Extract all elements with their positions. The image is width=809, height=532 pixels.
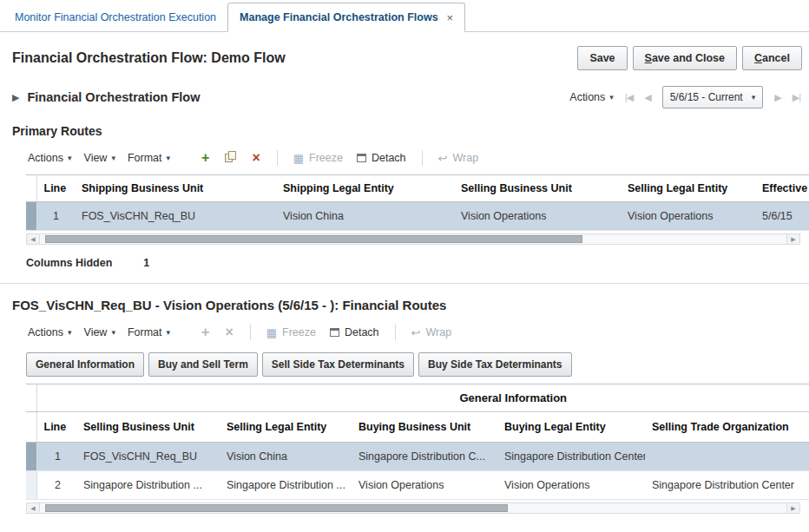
column-header-shipping-legal-entity: Shipping Legal Entity [276, 175, 454, 202]
chevron-down-icon: ▾ [609, 93, 614, 102]
actions-menu[interactable]: Actions ▾ [26, 148, 74, 167]
wrap-button-label: Wrap [452, 152, 478, 164]
scroll-right-icon[interactable]: ▶ [786, 234, 799, 244]
cell-selling-legal-entity: Singapore Distribution ... [220, 471, 352, 500]
freeze-button: ▦ Freeze [264, 323, 319, 342]
add-row-button: + [198, 324, 213, 341]
column-header-selling-legal-entity: Selling Legal Entity [621, 175, 755, 202]
save-button[interactable]: Save [577, 46, 627, 70]
chevron-down-icon: ▾ [68, 154, 72, 162]
wrap-button: ↩ Wrap [436, 148, 482, 167]
freeze-button-label: Freeze [309, 152, 343, 164]
financial-routes-table-wrap: General Information Line Selling Busines… [26, 384, 809, 500]
scrollbar-track[interactable] [40, 503, 786, 513]
row-selector-header [26, 412, 36, 443]
column-header-buying-business-unit: Buying Business Unit [352, 412, 497, 443]
detach-button-label: Detach [372, 152, 406, 164]
row-selector-header [26, 384, 36, 412]
toolbar-separator [395, 325, 396, 340]
table-row[interactable]: 1 FOS_VisCHN_Req_BU Vision China Vision … [26, 202, 809, 231]
scroll-right-icon[interactable]: ▶ [786, 503, 799, 513]
cell-selling-legal-entity: Vision Operations [621, 202, 755, 231]
cell-buying-legal-entity: Vision Operations [497, 471, 645, 500]
primary-routes-toolbar: Actions ▾ View ▾ Format ▾ + × ▦ Freeze D… [26, 148, 802, 167]
scrollbar-track[interactable] [40, 234, 786, 244]
column-header-line: Line [36, 175, 75, 202]
section-divider [0, 283, 809, 284]
version-dropdown-value: 5/6/15 - Current [670, 91, 743, 103]
flow-actions-menu[interactable]: Actions ▾ [569, 91, 614, 103]
page-header: Financial Orchestration Flow: Demo Flow … [0, 32, 809, 70]
columns-hidden-label: Columns Hidden [26, 257, 112, 269]
delete-row-button[interactable]: × [248, 149, 263, 167]
row-selector[interactable] [26, 443, 36, 471]
chevron-down-icon: ▾ [111, 154, 115, 162]
table-header-row: Line Shipping Business Unit Shipping Leg… [26, 175, 809, 202]
table-row[interactable]: 1 FOS_VisCHN_Req_BU Vision China Singapo… [26, 443, 809, 471]
page-title: Financial Orchestration Flow: Demo Flow [12, 50, 286, 66]
view-menu[interactable]: View ▾ [82, 148, 117, 167]
column-header-line: Line [36, 412, 76, 443]
view-menu[interactable]: View ▾ [82, 323, 117, 342]
cell-line: 1 [36, 443, 76, 471]
format-menu[interactable]: Format ▾ [126, 323, 172, 342]
row-selector[interactable] [26, 202, 36, 231]
wrap-icon: ↩ [438, 153, 448, 164]
column-header-effective-start: Effective S [755, 175, 809, 202]
format-menu[interactable]: Format ▾ [126, 148, 172, 167]
toggle-sell-side-tax-determinants[interactable]: Sell Side Tax Determinants [262, 352, 414, 377]
actions-menu-label: Actions [28, 152, 63, 164]
wrap-button-label: Wrap [425, 326, 451, 338]
cell-selling-business-unit: FOS_VisCHN_Req_BU [76, 443, 220, 471]
column-header-buying-legal-entity: Buying Legal Entity [497, 412, 645, 443]
row-selector[interactable] [26, 471, 36, 500]
actions-menu[interactable]: Actions ▾ [26, 323, 74, 342]
financial-routes-view-toggles: General Information Buy and Sell Term Se… [26, 352, 809, 377]
delete-icon: × [252, 150, 260, 165]
cancel-button-label: Cancel [754, 52, 790, 64]
freeze-button: ▦ Freeze [291, 148, 345, 167]
detach-button[interactable]: Detach [354, 148, 409, 167]
duplicate-row-button[interactable] [221, 149, 240, 167]
save-and-close-button[interactable]: Save and Close [633, 46, 737, 70]
delete-icon: × [225, 325, 233, 339]
flow-section-title: Financial Orchestration Flow [27, 90, 200, 104]
expand-arrow-icon[interactable]: ▶ [12, 92, 19, 103]
detach-button[interactable]: Detach [327, 323, 382, 342]
cancel-button[interactable]: Cancel [742, 46, 802, 70]
freeze-icon: ▦ [266, 327, 277, 338]
toggle-general-information[interactable]: General Information [26, 352, 144, 377]
chevron-down-icon: ▾ [167, 328, 171, 337]
tab-manage-financial-orchestration-flows[interactable]: Manage Financial Orchestration Flows × [227, 3, 465, 32]
scrollbar-thumb[interactable] [45, 504, 508, 512]
previous-version-icon: ◀ [644, 92, 650, 103]
financial-routes-toolbar: Actions ▾ View ▾ Format ▾ + × ▦ Freeze D… [26, 323, 802, 342]
column-header-selling-legal-entity: Selling Legal Entity [220, 412, 352, 443]
version-dropdown[interactable]: 5/6/15 - Current ▾ [662, 86, 764, 108]
primary-routes-hscrollbar[interactable]: ◀ ▶ [26, 233, 800, 245]
table-header-row: Line Selling Business Unit Selling Legal… [26, 412, 809, 443]
detach-icon [330, 328, 339, 337]
plus-icon: + [201, 150, 209, 165]
scroll-left-icon[interactable]: ◀ [27, 234, 40, 244]
cell-selling-business-unit: Vision Operations [454, 202, 621, 231]
cell-shipping-business-unit: FOS_VisCHN_Req_BU [75, 202, 276, 231]
scroll-left-icon[interactable]: ◀ [27, 503, 40, 513]
close-icon[interactable]: × [447, 12, 454, 23]
tab-monitor-financial-orchestration-execution[interactable]: Monitor Financial Orchestration Executio… [3, 3, 227, 31]
financial-routes-hscrollbar[interactable]: ◀ ▶ [26, 502, 800, 514]
scrollbar-thumb[interactable] [45, 235, 582, 243]
duplicate-icon [225, 151, 236, 162]
format-menu-label: Format [128, 152, 162, 164]
add-row-button[interactable]: + [198, 149, 213, 167]
format-menu-label: Format [128, 326, 162, 338]
toggle-buy-and-sell-term[interactable]: Buy and Sell Term [148, 352, 258, 377]
group-header-row: General Information [26, 384, 809, 412]
columns-hidden: Columns Hidden 1 [26, 257, 809, 269]
cell-buying-business-unit: Vision Operations [352, 471, 497, 500]
financial-routes-table: General Information Line Selling Busines… [26, 384, 809, 500]
tab-bar: Monitor Financial Orchestration Executio… [0, 0, 809, 32]
table-row[interactable]: 2 Singapore Distribution ... Singapore D… [26, 471, 809, 500]
tab-label: Manage Financial Orchestration Flows [240, 11, 438, 23]
toggle-buy-side-tax-determinants[interactable]: Buy Side Tax Determinants [418, 352, 572, 377]
